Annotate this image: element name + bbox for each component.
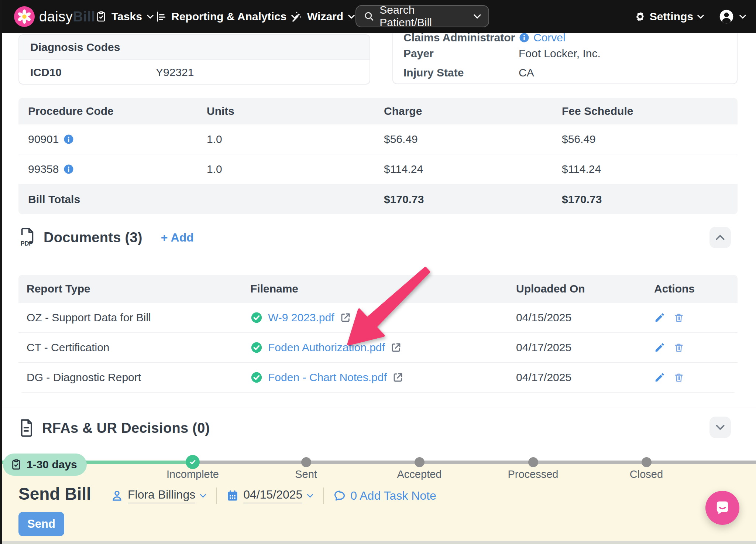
pencil-icon xyxy=(654,312,665,323)
report-type: OZ - Support Data for Bill xyxy=(27,303,151,332)
payer-value: Foot Locker, Inc. xyxy=(519,46,601,61)
add-task-note-button[interactable]: 0 Add Task Note xyxy=(333,489,436,503)
nav-wizard-label: Wizard xyxy=(307,10,343,23)
nav-account-menu[interactable] xyxy=(718,8,746,25)
clipboard-check-icon xyxy=(95,11,107,23)
step-dot-accepted xyxy=(415,457,425,467)
step-dot-closed xyxy=(642,457,652,467)
nav-tasks-label: Tasks xyxy=(111,10,142,23)
col-fee-schedule: Fee Schedule xyxy=(562,98,633,124)
document-row: DG - Diagnostic Report Foden - Chart Not… xyxy=(18,363,738,393)
daisybill-app: daisyBill Tasks Reporting & Analytics xyxy=(0,0,756,544)
col-charge: Charge xyxy=(384,98,422,124)
add-document-button[interactable]: + Add xyxy=(161,231,194,244)
step-label-accepted: Accepted xyxy=(379,468,460,480)
calendar-icon xyxy=(226,489,239,502)
chevron-up-icon xyxy=(715,234,725,241)
assignee-name: Flora Billings xyxy=(128,488,195,503)
check-circle-icon xyxy=(250,341,263,354)
nav-settings-label: Settings xyxy=(650,10,693,23)
edit-document-button[interactable] xyxy=(654,312,665,323)
bar-chart-icon xyxy=(155,11,167,23)
search-label: Search Patient/Bill xyxy=(379,4,468,29)
col-report-type: Report Type xyxy=(27,275,90,303)
delete-document-button[interactable] xyxy=(673,342,684,353)
nav-reporting-analytics[interactable]: Reporting & Analytics xyxy=(155,0,298,33)
documents-section-header: PDF Documents (3) + Add xyxy=(18,226,194,249)
top-nav: daisyBill Tasks Reporting & Analytics xyxy=(0,0,756,33)
col-actions: Actions xyxy=(654,275,695,303)
report-type: DG - Diagnostic Report xyxy=(27,363,141,392)
edit-document-button[interactable] xyxy=(654,372,665,383)
document-row: OZ - Support Data for Bill W-9 2023.pdf … xyxy=(18,303,738,333)
send-bill-controls: Flora Billings 04/15/2025 0 Add Task Not… xyxy=(111,486,436,505)
trash-icon xyxy=(673,372,684,383)
divider xyxy=(216,487,217,504)
date-dropdown[interactable]: 04/15/2025 xyxy=(226,488,313,503)
external-link-icon[interactable] xyxy=(392,372,404,383)
search-patient-bill[interactable]: Search Patient/Bill xyxy=(355,5,489,27)
step-dot-sent xyxy=(301,457,311,467)
brand-wordmark[interactable]: daisyBill xyxy=(39,0,95,33)
info-icon[interactable] xyxy=(519,32,530,43)
document-link[interactable]: W-9 2023.pdf xyxy=(268,311,334,324)
assignee-dropdown[interactable]: Flora Billings xyxy=(111,488,206,503)
add-label: Add xyxy=(171,231,194,244)
info-icon[interactable] xyxy=(63,134,74,145)
user-avatar-icon xyxy=(718,8,735,25)
person-icon xyxy=(111,489,123,502)
code-system-label: ICD10 xyxy=(30,60,62,85)
step-label-processed: Processed xyxy=(492,468,574,480)
documents-table: Report Type Filename Uploaded On Actions… xyxy=(18,275,738,393)
edit-document-button[interactable] xyxy=(654,342,665,353)
injury-state-value: CA xyxy=(519,65,534,81)
documents-collapse-button[interactable] xyxy=(709,227,731,248)
nav-tasks[interactable]: Tasks xyxy=(95,0,154,33)
uploaded-on-date: 04/15/2025 xyxy=(516,303,571,332)
documents-table-header: Report Type Filename Uploaded On Actions xyxy=(18,275,738,303)
document-link[interactable]: Foden - Chart Notes.pdf xyxy=(268,371,387,384)
step-dot-processed xyxy=(528,457,538,467)
brand-bold: Bill xyxy=(73,9,95,25)
check-circle-icon xyxy=(250,311,263,324)
external-link-icon[interactable] xyxy=(390,342,402,353)
daisybill-logo[interactable] xyxy=(14,6,35,27)
document-icon xyxy=(18,418,34,438)
pdf-icon-text: PDF xyxy=(21,240,33,247)
timeline-age-text: 1-30 days xyxy=(27,458,77,471)
procedure-table: Procedure Code Units Charge Fee Schedule… xyxy=(18,98,738,214)
chevron-down-icon xyxy=(200,493,206,498)
payer-row: Payer Foot Locker, Inc. xyxy=(393,46,737,61)
brand-light: daisy xyxy=(39,9,73,25)
window-bottom-edge xyxy=(2,541,756,544)
uploaded-on-date: 04/17/2025 xyxy=(516,333,571,362)
divider xyxy=(323,487,324,504)
col-uploaded-on: Uploaded On xyxy=(516,275,585,303)
nav-settings[interactable]: Settings xyxy=(634,10,704,23)
delete-document-button[interactable] xyxy=(673,372,684,383)
documents-title: Documents (3) xyxy=(44,230,142,246)
pdf-document-icon: PDF xyxy=(18,227,35,248)
procedure-code: 99358 xyxy=(28,163,59,175)
info-icon[interactable] xyxy=(63,164,74,175)
procedure-table-header: Procedure Code Units Charge Fee Schedule xyxy=(18,98,738,124)
external-link-icon[interactable] xyxy=(340,312,351,324)
delete-document-button[interactable] xyxy=(673,312,684,323)
send-button[interactable]: Send xyxy=(18,512,64,536)
rfas-expand-button[interactable] xyxy=(709,417,731,438)
trash-icon xyxy=(673,312,684,323)
chat-launcher-button[interactable] xyxy=(705,491,739,525)
procedure-row: 99358 1.0 $114.24 $114.24 xyxy=(18,154,738,184)
document-link[interactable]: Foden Authorization.pdf xyxy=(268,341,385,354)
fee-value: $56.49 xyxy=(562,124,596,154)
search-icon xyxy=(364,11,374,22)
total-charge: $170.73 xyxy=(384,184,424,214)
col-procedure-code: Procedure Code xyxy=(28,98,114,124)
diagnosis-code-row: ICD10 Y92321 xyxy=(19,60,370,85)
nav-reporting-label: Reporting & Analytics xyxy=(171,10,286,23)
document-row: CT - Certification Foden Authorization.p… xyxy=(18,333,738,363)
nav-wizard[interactable]: Wizard xyxy=(290,0,355,33)
diagnosis-codes-panel: Diagnosis Codes ICD10 Y92321 xyxy=(18,34,370,85)
chevron-down-icon xyxy=(473,14,481,19)
charge-value: $114.24 xyxy=(384,154,423,184)
